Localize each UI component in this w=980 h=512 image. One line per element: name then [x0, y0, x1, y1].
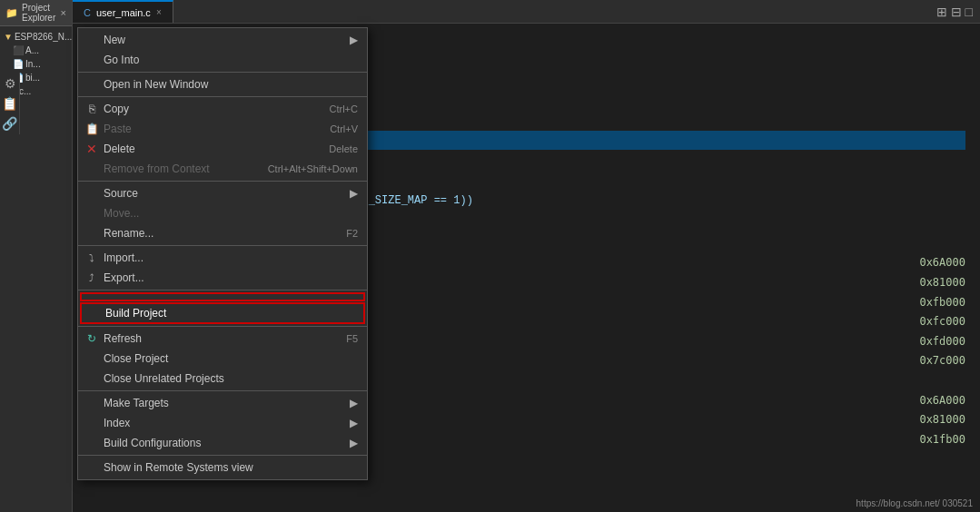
menu-item-build-project[interactable] — [80, 292, 365, 301]
menu-item-import[interactable]: ⤵ Import... — [78, 248, 367, 268]
menu-item-refresh[interactable]: ↻ Refresh F5 — [78, 329, 367, 349]
menu-item-build-configurations[interactable]: Build Configurations ▶ — [78, 433, 367, 453]
tab-bar: C user_main.c × ⊞ ⊟ □ — [73, 0, 980, 24]
menu-item-show-remote[interactable]: Show in Remote Systems view — [78, 458, 367, 478]
menu-item-paste: 📋 Paste Ctrl+V — [78, 119, 367, 139]
menu-label-index: Index — [104, 417, 130, 429]
menu-label-refresh: Refresh — [104, 332, 142, 345]
menu-label-import: Import... — [104, 251, 144, 264]
watermark: https://blog.csdn.net/ 030521 — [856, 498, 973, 508]
separator-4 — [78, 245, 367, 246]
remove-context-shortcut: Ctrl+Alt+Shift+Down — [250, 163, 358, 174]
menu-label-delete: Delete — [104, 143, 135, 155]
export-icon: ⤴ — [84, 272, 100, 283]
tab-label: user_main.c — [96, 7, 151, 18]
menu-label-open-new-window: Open in New Window — [104, 78, 208, 91]
menu-label-export: Export... — [104, 271, 144, 284]
toolbar-icon-3[interactable]: □ — [965, 5, 973, 19]
build-config-arrow-icon: ▶ — [350, 437, 358, 449]
menu-item-open-new-window[interactable]: Open in New Window — [78, 74, 367, 94]
paste-shortcut: Ctrl+V — [312, 123, 358, 134]
menu-item-clean-project[interactable]: Build Project — [80, 302, 365, 324]
new-arrow-icon: ▶ — [350, 34, 358, 46]
separator-2 — [78, 96, 367, 97]
menu-label-go-into: Go Into — [104, 54, 139, 66]
refresh-icon: ↻ — [84, 332, 100, 345]
separator-5 — [78, 290, 367, 290]
menu-label-move: Move... — [104, 207, 139, 220]
folder-icon: 📁 — [5, 7, 18, 19]
delete-icon: ✕ — [84, 142, 100, 156]
tree-item-a[interactable]: ⬛ A... — [0, 44, 72, 57]
tree-item-in[interactable]: 📄 In... — [0, 57, 72, 71]
source-arrow-icon: ▶ — [350, 187, 358, 200]
menu-label-rename: Rename... — [104, 227, 153, 240]
copy-icon: ⎘ — [84, 103, 100, 115]
menu-item-close-unrelated[interactable]: Close Unrelated Projects — [78, 369, 367, 389]
separator-1 — [78, 72, 367, 73]
menu-label-make-targets: Make Targets — [104, 397, 169, 409]
tree-item-esp[interactable]: ▼ ESP8266_N... — [0, 30, 72, 44]
menu-label-close-project: Close Project — [104, 352, 168, 365]
rename-shortcut: F2 — [328, 228, 358, 239]
menu-label-clean-project: Build Project — [105, 307, 166, 320]
tab-close-icon[interactable]: × — [156, 7, 162, 17]
separator-8 — [78, 455, 367, 456]
panel-title: Project Explorer — [22, 3, 57, 23]
menu-item-export[interactable]: ⤴ Export... — [78, 268, 367, 288]
menu-label-close-unrelated: Close Unrelated Projects — [104, 372, 224, 385]
panel-close-btn[interactable]: × — [61, 7, 66, 18]
tab-user-main[interactable]: C user_main.c × — [73, 0, 173, 23]
refresh-shortcut: F5 — [328, 333, 358, 344]
menu-label-remove-context: Remove from Context — [104, 162, 210, 175]
toolbar-icon-2[interactable]: ⊟ — [951, 5, 962, 19]
menu-label-build-configurations: Build Configurations — [104, 437, 201, 449]
panel-header: 📁 Project Explorer × — [0, 0, 72, 26]
menu-label-paste: Paste — [104, 123, 132, 135]
menu-item-move: Move... — [78, 203, 367, 223]
context-menu: New ▶ Go Into Open in New Window ⎘ Copy … — [77, 27, 368, 480]
menu-label-source: Source — [104, 187, 138, 200]
left-panel: 📁 Project Explorer × ▼ ESP8266_N... ⬛ A.… — [0, 0, 73, 512]
menu-item-make-targets[interactable]: Make Targets ▶ — [78, 393, 367, 413]
left-icon-1[interactable]: ⚙ — [2, 76, 17, 91]
tab-icon: C — [84, 7, 91, 18]
delete-shortcut: Delete — [311, 143, 358, 154]
separator-3 — [78, 181, 367, 182]
import-icon: ⤵ — [84, 252, 100, 263]
menu-label-copy: Copy — [104, 103, 129, 115]
paste-icon: 📋 — [84, 123, 100, 135]
separator-6 — [78, 326, 367, 327]
index-arrow-icon: ▶ — [350, 417, 358, 429]
make-targets-arrow-icon: ▶ — [350, 397, 358, 409]
menu-label-new: New — [104, 34, 125, 46]
separator-7 — [78, 390, 367, 391]
menu-item-new[interactable]: New ▶ — [78, 30, 367, 50]
menu-item-delete[interactable]: ✕ Delete Delete — [78, 139, 367, 159]
menu-item-rename[interactable]: Rename... F2 — [78, 223, 367, 243]
menu-item-remove-context: Remove from Context Ctrl+Alt+Shift+Down — [78, 159, 367, 179]
menu-item-index[interactable]: Index ▶ — [78, 413, 367, 433]
menu-item-go-into[interactable]: Go Into — [78, 50, 367, 70]
left-icon-3[interactable]: 🔗 — [2, 116, 17, 131]
menu-item-close-project[interactable]: Close Project — [78, 349, 367, 369]
copy-shortcut: Ctrl+C — [312, 103, 358, 114]
menu-item-copy[interactable]: ⎘ Copy Ctrl+C — [78, 99, 367, 119]
toolbar-icon-1[interactable]: ⊞ — [936, 5, 947, 19]
menu-label-show-remote: Show in Remote Systems view — [104, 461, 253, 474]
left-icon-2[interactable]: 📋 — [2, 96, 17, 111]
menu-item-source[interactable]: Source ▶ — [78, 183, 367, 203]
